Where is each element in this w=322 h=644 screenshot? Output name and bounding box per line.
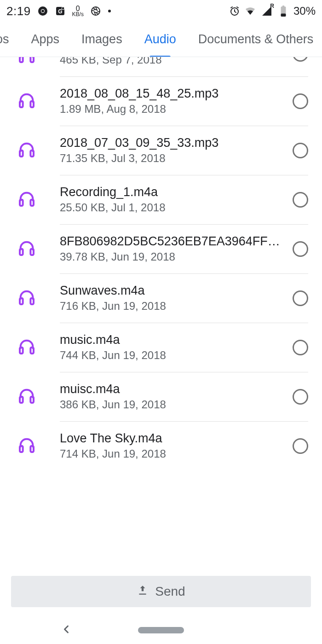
headphones-icon: [17, 337, 36, 358]
network-speed: 0 KB/s: [72, 5, 84, 17]
select-radio[interactable]: [293, 290, 308, 306]
list-item[interactable]: muisc.m4a 386 KB, Jun 19, 2018: [0, 372, 322, 421]
file-name: muisc.m4a: [60, 382, 285, 396]
svg-rect-16: [20, 150, 23, 156]
svg-point-5: [62, 7, 64, 10]
svg-rect-19: [30, 199, 34, 205]
list-item[interactable]: 8FB806982D5BC5236EB7EA3964FF4… 39.78 KB,…: [0, 224, 322, 273]
status-bar: 2:19 G 0 KB/s: [0, 0, 322, 22]
select-radio[interactable]: [293, 241, 308, 257]
signal-icon: R: [260, 6, 273, 17]
svg-rect-18: [20, 199, 23, 205]
battery-icon: [278, 6, 289, 17]
file-meta: 716 KB, Jun 19, 2018: [60, 300, 285, 313]
file-name: 8FB806982D5BC5236EB7EA3964FF4…: [60, 234, 285, 249]
file-meta: 465 KB, Sep 7, 2018: [60, 57, 285, 66]
home-pill[interactable]: [138, 627, 184, 633]
headphones-icon: [17, 288, 36, 308]
status-time: 2:19: [6, 4, 31, 18]
tab-documents[interactable]: Documents & Others: [187, 22, 322, 57]
select-radio[interactable]: [293, 143, 308, 158]
svg-rect-10: [282, 6, 284, 7]
file-name: 2018_08_08_15_48_25.mp3: [60, 87, 285, 101]
svg-point-7: [108, 10, 111, 12]
chrome-icon: [37, 6, 48, 17]
svg-rect-12: [20, 57, 23, 62]
select-radio[interactable]: [293, 192, 308, 208]
wifi-icon: [245, 6, 256, 17]
maps-icon: G: [55, 6, 66, 17]
file-name: Love The Sky.m4a: [60, 431, 285, 446]
tab-apps[interactable]: Apps: [20, 22, 71, 57]
headphones-icon: [17, 57, 36, 66]
audio-file-list: 465 KB, Sep 7, 2018 2018_08_08_15_48_25.…: [0, 57, 322, 576]
file-meta: 39.78 KB, Jun 19, 2018: [60, 250, 285, 263]
list-item[interactable]: 2018_08_08_15_48_25.mp3 1.89 MB, Aug 8, …: [0, 76, 322, 126]
upload-icon: [137, 584, 149, 599]
tab-images[interactable]: Images: [70, 22, 133, 57]
select-radio[interactable]: [293, 438, 308, 454]
file-meta: 714 KB, Jun 19, 2018: [60, 447, 285, 460]
headphones-icon: [17, 239, 36, 259]
list-item[interactable]: Recording_1.m4a 25.50 KB, Jul 1, 2018: [0, 175, 322, 224]
alarm-icon: [229, 6, 240, 17]
headphones-icon: [17, 190, 36, 210]
file-name: Sunwaves.m4a: [60, 284, 285, 298]
svg-point-2: [41, 10, 44, 12]
list-item[interactable]: 465 KB, Sep 7, 2018: [0, 57, 322, 76]
headphones-icon: [17, 387, 36, 407]
tab-audio[interactable]: Audio: [133, 22, 187, 57]
file-name: music.m4a: [60, 333, 285, 347]
list-item[interactable]: 2018_07_03_09_35_33.mp3 71.35 KB, Jul 3,…: [0, 126, 322, 175]
file-meta: 1.89 MB, Aug 8, 2018: [60, 103, 285, 116]
list-item[interactable]: Sunwaves.m4a 716 KB, Jun 19, 2018: [0, 273, 322, 323]
dot-icon: [108, 6, 111, 17]
file-meta: 386 KB, Jun 19, 2018: [60, 398, 285, 411]
headphones-icon: [17, 436, 36, 456]
file-meta: 25.50 KB, Jul 1, 2018: [60, 201, 285, 214]
send-label: Send: [155, 584, 185, 599]
select-radio[interactable]: [293, 340, 308, 355]
battery-percent: 30%: [293, 5, 316, 17]
select-radio[interactable]: [293, 389, 308, 405]
aperture-icon: [90, 6, 101, 17]
list-item[interactable]: music.m4a 744 KB, Jun 19, 2018: [0, 323, 322, 372]
file-meta: 744 KB, Jun 19, 2018: [60, 349, 285, 362]
svg-rect-13: [30, 57, 34, 62]
file-name: 2018_07_03_09_35_33.mp3: [60, 136, 285, 150]
category-tabs: eos Apps Images Audio Documents & Others: [0, 22, 322, 57]
select-radio[interactable]: [293, 57, 308, 62]
list-item[interactable]: Love The Sky.m4a 714 KB, Jun 19, 2018: [0, 421, 322, 470]
select-radio[interactable]: [293, 93, 308, 109]
back-icon[interactable]: [60, 623, 73, 638]
headphones-icon: [17, 91, 36, 111]
tab-videos[interactable]: eos: [0, 22, 20, 57]
navigation-bar: [0, 616, 322, 644]
svg-rect-17: [30, 150, 34, 156]
headphones-icon: [17, 140, 36, 161]
send-button[interactable]: Send: [11, 576, 311, 607]
file-name: Recording_1.m4a: [60, 185, 285, 199]
file-meta: 71.35 KB, Jul 3, 2018: [60, 152, 285, 165]
svg-rect-11: [281, 13, 286, 16]
